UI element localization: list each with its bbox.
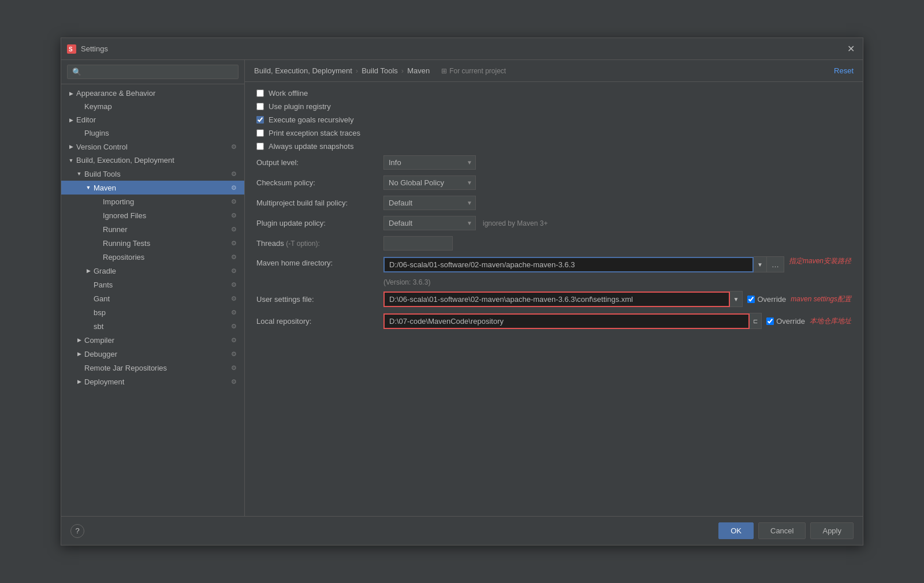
main-content: ▶ Appearance & Behavior Keymap ▶ Editor …: [61, 60, 863, 516]
sidebar-item-label: Gradle: [94, 267, 229, 275]
sidebar-item-running-tests[interactable]: Running Tests ⚙: [61, 236, 244, 250]
expand-arrow: ▶: [75, 336, 83, 344]
expand-arrow: ▶: [67, 143, 75, 151]
user-settings-annotation: maven settings配置: [791, 294, 851, 304]
maven-home-browse-btn[interactable]: …: [767, 256, 784, 272]
settings-icon: ⚙: [229, 363, 239, 372]
local-repository-browse-btn[interactable]: ⊏: [750, 313, 762, 329]
sidebar-item-version-control[interactable]: ▶ Version Control ⚙: [61, 140, 244, 154]
local-repo-override-wrapper: Override: [766, 317, 805, 326]
sidebar-item-label: Running Tests: [103, 239, 229, 248]
sidebar-item-runner[interactable]: Runner ⚙: [61, 222, 244, 236]
checksum-policy-label: Checksum policy:: [256, 178, 383, 187]
sidebar-item-pants[interactable]: Pants ⚙: [61, 278, 244, 292]
sidebar-item-label: Maven: [94, 184, 229, 192]
settings-icon: ⚙: [229, 238, 239, 248]
sidebar-item-deployment[interactable]: ▶ Deployment ⚙: [61, 375, 244, 388]
sidebar-item-plugins[interactable]: Plugins: [61, 126, 244, 140]
print-exception-label[interactable]: Print exception stack traces: [269, 129, 360, 137]
search-input[interactable]: [67, 65, 239, 79]
breadcrumb-sep1: ›: [356, 66, 358, 75]
cancel-button[interactable]: Cancel: [758, 522, 806, 539]
work-offline-label[interactable]: Work offline: [269, 89, 308, 98]
local-repository-input[interactable]: [383, 313, 750, 329]
execute-goals-checkbox[interactable]: [256, 116, 264, 124]
sidebar-item-label: Plugins: [84, 129, 239, 137]
checkbox-print-exception: Print exception stack traces: [256, 129, 851, 137]
for-project-label: For current project: [449, 67, 506, 75]
settings-icon: ⚙: [229, 266, 239, 275]
local-repository-input-wrapper: ⊏: [383, 313, 762, 329]
sidebar-item-label: Debugger: [84, 350, 229, 358]
sidebar-item-sbt[interactable]: sbt ⚙: [61, 319, 244, 333]
plugin-update-label: Plugin update policy:: [256, 219, 383, 227]
svg-text:S: S: [69, 46, 73, 53]
multiproject-policy-select[interactable]: Default At End Never Fast: [383, 196, 476, 210]
sidebar-item-debugger[interactable]: ▶ Debugger ⚙: [61, 347, 244, 361]
expand-arrow: [75, 364, 83, 372]
sidebar-item-label: Editor: [76, 115, 239, 124]
threads-label: Threads (-T option):: [256, 239, 383, 248]
sidebar-item-appearance[interactable]: ▶ Appearance & Behavior: [61, 87, 244, 100]
plugin-update-select[interactable]: Default Force Never: [383, 216, 476, 230]
settings-icon: ⚙: [229, 280, 239, 289]
maven-version-text: (Version: 3.6.3): [383, 278, 851, 286]
execute-goals-label[interactable]: Execute goals recursively: [269, 115, 353, 124]
sidebar-item-gant[interactable]: Gant ⚙: [61, 292, 244, 305]
sidebar-item-remote-jar[interactable]: Remote Jar Repositories ⚙: [61, 361, 244, 375]
checksum-policy-select[interactable]: No Global Policy Strict Warn: [383, 175, 476, 190]
sidebar-item-compiler[interactable]: ▶ Compiler ⚙: [61, 333, 244, 347]
override-settings-label[interactable]: Override: [757, 295, 786, 304]
maven-home-input[interactable]: [383, 257, 754, 272]
sidebar-item-importing[interactable]: Importing ⚙: [61, 195, 244, 208]
use-plugin-label[interactable]: Use plugin registry: [269, 102, 331, 111]
sidebar-item-maven[interactable]: ▼ Maven ⚙: [61, 181, 244, 195]
checksum-policy-row: Checksum policy: No Global Policy Strict…: [256, 175, 851, 190]
output-level-row: Output level: Info Quiet Debug ▼: [256, 155, 851, 170]
output-level-select[interactable]: Info Quiet Debug: [383, 155, 476, 170]
reset-button[interactable]: Reset: [834, 66, 854, 75]
help-button[interactable]: ?: [70, 524, 84, 538]
search-box: [61, 60, 244, 84]
bottom-bar: ? OK Cancel Apply: [61, 516, 863, 545]
threads-input[interactable]: [383, 236, 453, 251]
sidebar-item-build-execution[interactable]: ▼ Build, Execution, Deployment: [61, 154, 244, 167]
sidebar-item-bsp[interactable]: bsp ⚙: [61, 305, 244, 319]
ok-button[interactable]: OK: [718, 522, 754, 539]
override-repo-label[interactable]: Override: [776, 317, 805, 326]
apply-button[interactable]: Apply: [810, 522, 854, 539]
always-update-checkbox[interactable]: [256, 143, 264, 150]
plugin-update-policy-row: Plugin update policy: Default Force Neve…: [256, 216, 851, 230]
user-settings-input[interactable]: [383, 292, 730, 307]
sidebar-item-ignored-files[interactable]: Ignored Files ⚙: [61, 208, 244, 222]
user-settings-label: User settings file:: [256, 295, 383, 304]
local-repo-annotation: 本地仓库地址: [810, 316, 851, 326]
threads-row: Threads (-T option):: [256, 236, 851, 251]
work-offline-checkbox[interactable]: [256, 89, 264, 97]
use-plugin-checkbox[interactable]: [256, 103, 264, 110]
settings-icon: ⚙: [229, 252, 239, 261]
sidebar-item-label: Importing: [103, 197, 229, 206]
print-exception-checkbox[interactable]: [256, 129, 264, 137]
expand-arrow: [75, 103, 83, 111]
expand-arrow: ▶: [75, 350, 83, 358]
sidebar-item-label: sbt: [94, 322, 229, 331]
expand-arrow: ▶: [67, 89, 75, 98]
sidebar-item-gradle[interactable]: ▶ Gradle ⚙: [61, 264, 244, 278]
maven-home-label: Maven home directory:: [256, 256, 383, 267]
sidebar-item-repositories[interactable]: Repositories ⚙: [61, 250, 244, 264]
sidebar-item-editor[interactable]: ▶ Editor: [61, 113, 244, 126]
maven-home-row: Maven home directory: ▼ … 指定maven安装路径: [256, 256, 851, 272]
maven-home-dropdown-btn[interactable]: ▼: [754, 256, 767, 272]
always-update-label[interactable]: Always update snapshots: [269, 142, 353, 151]
sidebar-item-build-tools[interactable]: ▼ Build Tools ⚙: [61, 167, 244, 181]
sidebar-item-keymap[interactable]: Keymap: [61, 100, 244, 113]
close-button[interactable]: ✕: [844, 43, 857, 55]
multiproject-policy-row: Multiproject build fail policy: Default …: [256, 196, 851, 210]
local-repo-override-checkbox[interactable]: [766, 317, 774, 325]
settings-icon: ⚙: [229, 322, 239, 331]
local-repository-label: Local repository:: [256, 317, 383, 326]
user-settings-dropdown-btn[interactable]: ▼: [730, 291, 743, 307]
user-settings-override-checkbox[interactable]: [747, 296, 755, 303]
expand-arrow: ▼: [84, 184, 92, 192]
